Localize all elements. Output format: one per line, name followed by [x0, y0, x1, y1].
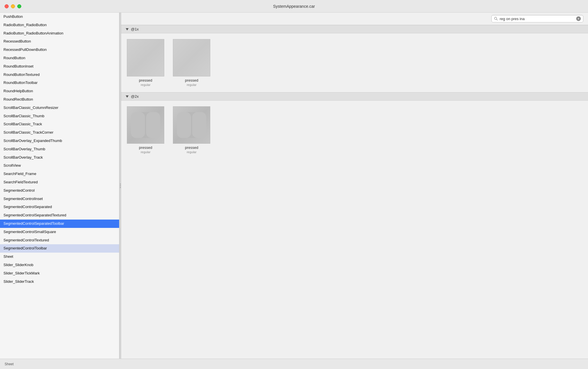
sidebar-item-segmentedcontrolseparatedtextured[interactable]: SegmentedControlSeparatedTextured	[0, 211, 119, 220]
window-title: SystemAppearance.car	[273, 4, 315, 9]
sidebar-item-segmentedcontrolsmallsquare[interactable]: SegmentedControlSmallSquare	[0, 228, 119, 236]
sidebar-item-scrollbaroverlay_track[interactable]: ScrollBarOverlay_Track	[0, 153, 119, 162]
sidebar-item-roundbuttontoolbar[interactable]: RoundButtonToolbar	[0, 79, 119, 87]
sidebar-item-scrollbaroverlay_expandedthumb[interactable]: ScrollBarOverlay_ExpandedThumb	[0, 137, 119, 145]
sidebar-item-searchfield_frame[interactable]: SearchField_Frame	[0, 170, 119, 178]
image-sublabel-img2x-1: regular	[141, 150, 150, 154]
sidebar-item-segmentedcontrol[interactable]: SegmentedControl	[0, 187, 119, 195]
sidebar-item-segmentedcontroltoolbar[interactable]: SegmentedControlToolbar	[0, 244, 119, 253]
minimize-button[interactable]	[11, 4, 15, 8]
sidebar-item-slider_sliderknob[interactable]: Slider_SliderKnob	[0, 261, 119, 269]
search-input[interactable]	[500, 17, 576, 21]
sidebar-item-scrollbarclassic_trackcorner[interactable]: ScrollBarClassic_TrackCorner	[0, 128, 119, 137]
main-container: PushButtonRadioButton_RadioButtonRadioBu…	[0, 13, 588, 359]
content-area: × @1xpressedregularpressedregular@2xpres…	[121, 13, 588, 359]
sidebar-item-roundhelpbutton[interactable]: RoundHelpButton	[0, 87, 119, 95]
search-clear-button[interactable]: ×	[576, 16, 581, 21]
sidebar-item-scrollbarclassic_columnresizer[interactable]: ScrollBarClassic_ColumnResizer	[0, 104, 119, 112]
image-preview-img1x-2[interactable]	[173, 39, 210, 76]
image-label-img2x-1: pressed	[139, 145, 152, 150]
sidebar-item-slider_slidertickmark[interactable]: Slider_SliderTickMark	[0, 269, 119, 278]
close-button[interactable]	[5, 4, 9, 8]
image-sublabel-img2x-2: regular	[187, 150, 196, 154]
section-label-1x: @1x	[131, 27, 139, 31]
sections-container: @1xpressedregularpressedregular@2xpresse…	[121, 25, 588, 159]
sidebar: PushButtonRadioButton_RadioButtonRadioBu…	[0, 13, 119, 359]
search-icon	[494, 17, 498, 21]
image-preview-img2x-1[interactable]	[127, 106, 164, 144]
maximize-button[interactable]	[17, 4, 21, 8]
image-label-img2x-2: pressed	[185, 145, 198, 150]
sidebar-item-roundrectbutton[interactable]: RoundRectButton	[0, 95, 119, 104]
images-grid-1x: pressedregularpressedregular	[121, 33, 588, 92]
image-preview-img2x-2[interactable]	[173, 106, 210, 144]
image-sublabel-img1x-2: regular	[187, 83, 196, 87]
sidebar-item-scrollbaroverlay_thumb[interactable]: ScrollBarOverlay_Thumb	[0, 145, 119, 153]
image-item-img1x-2: pressedregular	[173, 39, 210, 87]
sidebar-item-scrollbarclassic_thumb[interactable]: ScrollBarClassic_Thumb	[0, 112, 119, 120]
traffic-lights	[5, 4, 21, 8]
image-item-img1x-1: pressedregular	[127, 39, 164, 87]
image-preview-img1x-1[interactable]	[127, 39, 164, 76]
sidebar-item-pushbutton[interactable]: PushButton	[0, 13, 119, 21]
sidebar-item-scrollbarclassic_track[interactable]: ScrollBarClassic_Track	[0, 120, 119, 128]
search-container: ×	[491, 15, 583, 22]
sidebar-item-recessedpulldownbutton[interactable]: RecessedPullDownButton	[0, 46, 119, 54]
sidebar-item-roundbuttoninset[interactable]: RoundButtonInset	[0, 62, 119, 71]
sidebar-item-roundbutton[interactable]: RoundButton	[0, 54, 119, 62]
bottom-bar-label: Sheet	[5, 362, 14, 366]
sidebar-item-segmentedcontrolseparatedtoolbar[interactable]: SegmentedControlSeparatedToolbar	[0, 220, 119, 228]
sidebar-item-scrollview[interactable]: ScrollView	[0, 162, 119, 170]
bottom-bar: Sheet	[0, 359, 588, 369]
sidebar-item-segmentedcontrolseparated[interactable]: SegmentedControlSeparated	[0, 203, 119, 211]
section-header-2x: @2x	[121, 92, 588, 101]
sidebar-item-searchfieldtextured[interactable]: SearchFieldTextured	[0, 178, 119, 187]
section-header-1x: @1x	[121, 25, 588, 33]
title-bar: SystemAppearance.car	[0, 0, 588, 13]
sidebar-item-segmentedcontrolinset[interactable]: SegmentedControlInset	[0, 195, 119, 203]
sidebar-item-recessedbutton[interactable]: RecessedButton	[0, 37, 119, 46]
image-item-img2x-2: pressedregular	[173, 106, 210, 154]
collapse-icon-2x[interactable]	[126, 95, 129, 98]
image-label-img1x-2: pressed	[185, 78, 198, 82]
sidebar-item-slider_slidertrack[interactable]: Slider_SliderTrack	[0, 278, 119, 286]
svg-line-1	[497, 19, 498, 20]
image-sublabel-img1x-1: regular	[141, 83, 150, 87]
sidebar-item-roundbuttontextured[interactable]: RoundButtonTextured	[0, 71, 119, 79]
image-label-img1x-1: pressed	[139, 78, 152, 82]
section-label-2x: @2x	[131, 94, 139, 99]
image-item-img2x-1: pressedregular	[127, 106, 164, 154]
images-grid-2x: pressedregularpressedregular	[121, 101, 588, 159]
sidebar-item-sheet[interactable]: Sheet	[0, 253, 119, 261]
sidebar-item-radiobutton_radiobutton[interactable]: RadioButton_RadioButton	[0, 21, 119, 29]
search-bar: ×	[121, 13, 588, 25]
sidebar-item-segmentedcontroltextured[interactable]: SegmentedControlTextured	[0, 236, 119, 245]
collapse-icon-1x[interactable]	[126, 28, 129, 30]
sidebar-item-radiobutton_radiobuttonanimation[interactable]: RadioButton_RadioButtonAnimation	[0, 29, 119, 38]
